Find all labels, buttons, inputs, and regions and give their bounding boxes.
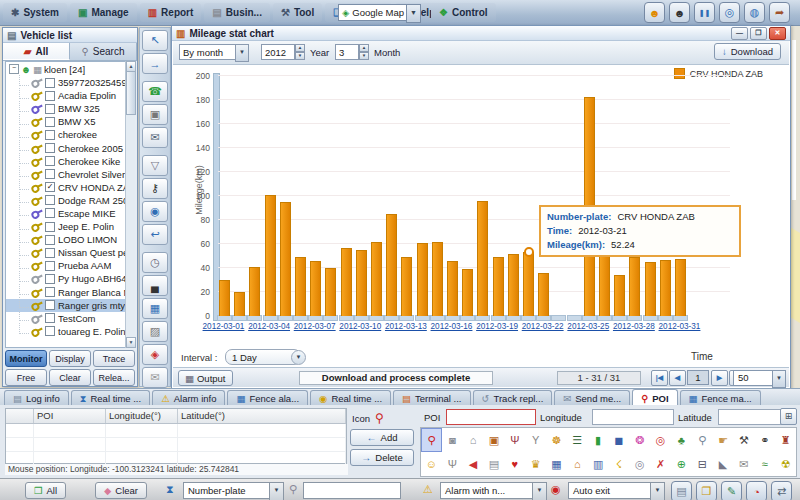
bar[interactable] bbox=[295, 257, 306, 316]
vehicle-checkbox[interactable] bbox=[45, 104, 55, 114]
folders-icon[interactable]: ❐ bbox=[696, 481, 717, 500]
tab-fencema[interactable]: ▦Fence ma... bbox=[680, 390, 761, 406]
map-type-select[interactable]: ◈ Google Map bbox=[338, 4, 410, 21]
control-button[interactable]: ❖ Control bbox=[431, 3, 496, 22]
clock-icon[interactable]: ◷ bbox=[142, 252, 168, 273]
color-wheel-icon[interactable]: ❂ bbox=[629, 428, 650, 452]
filter-icon[interactable]: ▽ bbox=[142, 155, 168, 176]
undo-icon[interactable]: ↩ bbox=[142, 224, 168, 245]
station-report-icon[interactable]: ▨ bbox=[142, 321, 168, 342]
vehicle-checkbox[interactable] bbox=[45, 274, 55, 284]
castle-icon[interactable]: ♜ bbox=[775, 428, 796, 452]
menu-tool[interactable]: ⚒Tool bbox=[273, 3, 322, 22]
chart-window-titlebar[interactable]: ▥ Mileage stat chart — ❐ ✕ bbox=[172, 26, 790, 41]
note-icon[interactable]: ▤ bbox=[484, 452, 505, 476]
minimize-button[interactable]: — bbox=[731, 27, 748, 40]
vehicle-checkbox[interactable] bbox=[45, 195, 55, 205]
notebook-icon[interactable]: ▤ bbox=[671, 481, 692, 500]
tab-loginfo[interactable]: ▤Log info bbox=[4, 390, 69, 406]
interval-select[interactable]: 1 Day bbox=[225, 349, 301, 365]
vehicle-checkbox[interactable] bbox=[45, 235, 55, 245]
globe-icon[interactable]: ◍ bbox=[744, 2, 765, 23]
vehicle-checkbox[interactable]: ✓ bbox=[45, 182, 55, 192]
bar[interactable] bbox=[538, 273, 549, 316]
cancel-alarm-icon[interactable]: ◈ bbox=[142, 344, 168, 365]
page-number[interactable]: 1 bbox=[687, 370, 709, 385]
lifebuoy-icon[interactable]: ◎ bbox=[650, 428, 671, 452]
photo-icon[interactable]: ▣ bbox=[142, 104, 168, 125]
tab-alarminfo[interactable]: ⚠Alarm info bbox=[152, 390, 225, 406]
display-button[interactable]: Display bbox=[49, 350, 91, 367]
pie-chart-icon[interactable]: ◔ bbox=[746, 481, 767, 500]
mail-icon[interactable]: ✉ bbox=[142, 367, 168, 388]
heart-icon[interactable]: ♥ bbox=[504, 452, 525, 476]
poi-fullscreen-button[interactable]: ⊞ bbox=[780, 408, 797, 425]
bus-icon[interactable]: ⊟ bbox=[692, 452, 713, 476]
bar[interactable] bbox=[341, 248, 352, 316]
free-button[interactable]: Free bbox=[5, 369, 47, 386]
menu-manage[interactable]: ▣Manage bbox=[70, 3, 137, 22]
hills-icon[interactable]: ≈ bbox=[754, 452, 775, 476]
vehicle-checkbox[interactable] bbox=[45, 91, 55, 101]
vehicle-icon[interactable]: ▄ bbox=[142, 275, 168, 296]
exit-icon[interactable]: ➦ bbox=[769, 2, 790, 23]
expander-icon[interactable]: − bbox=[9, 64, 19, 74]
bar[interactable] bbox=[675, 259, 686, 316]
tab-realtime[interactable]: ⧗Real time ... bbox=[71, 390, 150, 406]
magnifier-icon[interactable]: ⚲ bbox=[692, 428, 713, 452]
prev-page-button[interactable]: ◀ bbox=[669, 370, 686, 386]
next-page-button[interactable]: ▶ bbox=[711, 370, 728, 386]
bar[interactable] bbox=[462, 269, 473, 316]
vehicle-row[interactable]: touareg E. Polin bbox=[6, 325, 134, 338]
blocks-icon[interactable]: ▦ bbox=[546, 452, 567, 476]
cocktail-icon[interactable]: Y bbox=[525, 428, 546, 452]
paint-icon[interactable]: ◣ bbox=[713, 452, 734, 476]
bar[interactable] bbox=[629, 257, 640, 316]
vehicle-checkbox[interactable] bbox=[45, 261, 55, 271]
first-page-button[interactable]: |◀ bbox=[651, 370, 668, 386]
disc-icon[interactable]: ◎ bbox=[629, 452, 650, 476]
bar[interactable] bbox=[447, 261, 458, 316]
tab-search[interactable]: ⚲ Search bbox=[70, 43, 137, 60]
target-icon[interactable]: ◎ bbox=[719, 2, 740, 23]
longitude-input[interactable] bbox=[592, 409, 674, 425]
tools-icon[interactable]: ⚒ bbox=[734, 428, 755, 452]
map-type-select-arrow[interactable]: ▼ bbox=[406, 4, 421, 23]
bar[interactable] bbox=[371, 242, 382, 316]
filter-field-select[interactable]: Number-plate bbox=[183, 482, 273, 499]
add-poi-button[interactable]: ← Add bbox=[350, 429, 414, 446]
interval-select-arrow[interactable]: ▼ bbox=[291, 350, 306, 365]
phone-icon[interactable]: ☎ bbox=[142, 81, 168, 102]
bar[interactable] bbox=[432, 242, 443, 316]
x-tick-label[interactable]: 2012-03-31 bbox=[650, 322, 710, 331]
bar[interactable] bbox=[265, 195, 276, 316]
pen-icon[interactable]: ✎ bbox=[721, 481, 742, 500]
bar[interactable] bbox=[493, 257, 504, 316]
page-size-select[interactable]: 50 bbox=[733, 370, 777, 386]
latitude-input[interactable] bbox=[718, 409, 782, 425]
tab-poi[interactable]: ⚲POI bbox=[632, 389, 677, 406]
pause-icon[interactable]: ❚❚ bbox=[694, 2, 715, 23]
schedule-icon[interactable]: ▦ bbox=[142, 298, 168, 319]
tab-trackrepl[interactable]: ↺Track repl... bbox=[473, 390, 553, 406]
battery-icon[interactable]: ▮ bbox=[588, 428, 609, 452]
trace-button[interactable]: Trace bbox=[93, 350, 135, 367]
scroll-thumb[interactable] bbox=[126, 71, 136, 115]
binoculars-icon[interactable]: ⚭ bbox=[754, 428, 775, 452]
vehicle-checkbox[interactable] bbox=[45, 117, 55, 127]
leaf-icon[interactable]: ♣ bbox=[671, 428, 692, 452]
bar[interactable] bbox=[508, 254, 519, 316]
wine-icon[interactable]: Ψ bbox=[504, 428, 525, 452]
envelope-icon[interactable]: ✉ bbox=[734, 452, 755, 476]
vehicle-checkbox[interactable] bbox=[45, 169, 55, 179]
page-size-arrow[interactable]: ▼ bbox=[772, 370, 786, 388]
bar[interactable] bbox=[234, 292, 245, 316]
bar[interactable] bbox=[325, 268, 336, 316]
year-spinner[interactable]: ▲▼ bbox=[295, 44, 305, 60]
glove-icon[interactable]: ☛ bbox=[713, 428, 734, 452]
tab-realtime[interactable]: ◉Real time ... bbox=[310, 390, 391, 406]
bar[interactable] bbox=[386, 214, 397, 316]
spy-icon[interactable]: ☻ bbox=[669, 2, 690, 23]
poi-name-input[interactable] bbox=[446, 409, 536, 425]
plate-search-input[interactable] bbox=[303, 482, 401, 499]
